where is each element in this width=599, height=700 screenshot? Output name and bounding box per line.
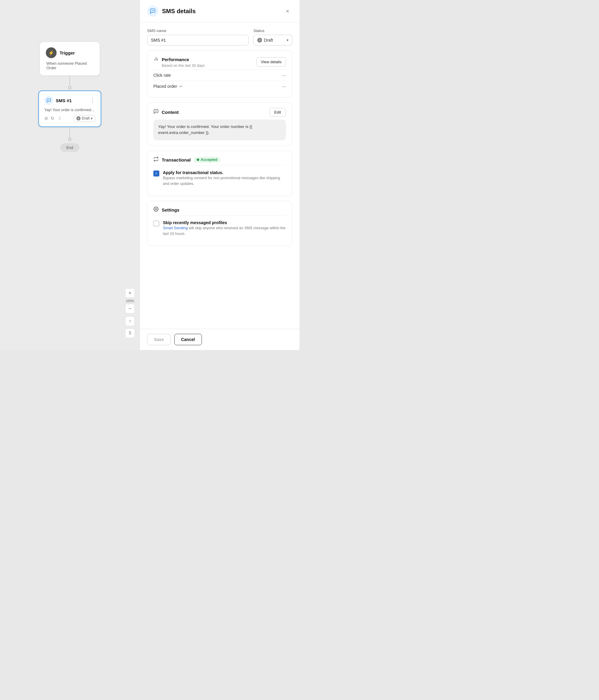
transactional-sub-text: Bypass marketing consent for non-promoti… bbox=[163, 176, 280, 186]
skip-profiles-description: Smart Sending will skip anyone who recei… bbox=[163, 226, 285, 236]
status-dropdown[interactable]: ✕ Draft ▾ bbox=[253, 35, 292, 46]
transactional-header: Transactional Accepted bbox=[153, 156, 286, 163]
trigger-label: Trigger bbox=[60, 50, 75, 55]
transactional-icon bbox=[153, 156, 159, 163]
connector-dot-2 bbox=[68, 138, 71, 141]
smart-sending-link[interactable]: Smart Sending bbox=[163, 226, 188, 230]
placed-order-icon: ✏ bbox=[179, 84, 183, 89]
settings-icon bbox=[153, 206, 159, 214]
content-title: Content bbox=[162, 110, 179, 115]
content-icon bbox=[153, 109, 159, 116]
performance-header: Performance Based on the last 30 days Vi… bbox=[153, 56, 286, 68]
trigger-node: ⚡ Trigger When someone Placed Order bbox=[40, 42, 100, 76]
sms-details-panel: SMS details × SMS name Status ✕ Draft ▾ bbox=[139, 0, 300, 350]
clock-icon: ☽ bbox=[57, 116, 61, 121]
transactional-checkbox[interactable]: ✓ bbox=[153, 171, 159, 176]
performance-section: Performance Based on the last 30 days Vi… bbox=[147, 50, 292, 97]
sms-name-label: SMS name bbox=[147, 28, 249, 33]
close-panel-button[interactable]: × bbox=[283, 6, 292, 16]
sms-message-bubble: Yay! Your order is confirmed. Your order… bbox=[153, 120, 286, 140]
transactional-main-text: Apply for transactional status. bbox=[163, 170, 286, 175]
sms-name-status-row: SMS name Status ✕ Draft ▾ bbox=[147, 28, 292, 46]
skip-profiles-text: Skip recently messaged profiles Smart Se… bbox=[163, 220, 286, 237]
status-label: Status bbox=[253, 28, 292, 33]
placed-order-label: Placed order ✏ bbox=[153, 84, 183, 89]
panel-header: SMS details × bbox=[140, 0, 300, 23]
transactional-checkbox-row: ✓ Apply for transactional status. Bypass… bbox=[153, 167, 286, 190]
panel-body: SMS name Status ✕ Draft ▾ bbox=[140, 23, 300, 329]
zoom-level: 100% bbox=[126, 298, 134, 303]
sms-node-icon bbox=[44, 96, 53, 105]
zoom-in-button[interactable]: + bbox=[125, 288, 135, 298]
performance-icon bbox=[153, 56, 159, 63]
panel-footer: Save Cancel bbox=[140, 329, 300, 350]
content-section: Content Edit Yay! Your order is confirme… bbox=[147, 102, 292, 146]
connector-line-2 bbox=[70, 127, 70, 138]
fit-to-screen-button[interactable]: ↑ bbox=[125, 317, 135, 326]
accepted-dot bbox=[197, 158, 199, 161]
zoom-controls: + 100% − ↑ ⠿ bbox=[125, 288, 135, 338]
skip-profiles-row: Skip recently messaged profiles Smart Se… bbox=[153, 217, 286, 240]
end-node: End bbox=[60, 143, 79, 152]
status-chevron-icon: ▾ bbox=[287, 38, 288, 42]
transactional-title: Transactional bbox=[162, 157, 191, 162]
draft-chevron-icon: ▾ bbox=[91, 116, 93, 121]
sms-name-group: SMS name bbox=[147, 28, 249, 46]
sms-node-options[interactable]: ⋮ bbox=[90, 97, 95, 104]
placed-order-row: Placed order ✏ — bbox=[153, 81, 286, 92]
skip-profiles-checkbox[interactable] bbox=[153, 221, 159, 227]
panel-sms-icon bbox=[147, 5, 158, 17]
view-details-button[interactable]: View details bbox=[256, 57, 286, 67]
skip-profiles-label: Skip recently messaged profiles bbox=[163, 220, 286, 225]
accepted-badge: Accepted bbox=[194, 157, 220, 163]
svg-point-12 bbox=[155, 208, 157, 210]
panel-title-row: SMS details bbox=[147, 5, 196, 17]
performance-title-row: Performance bbox=[153, 56, 205, 63]
click-rate-value: — bbox=[282, 73, 286, 78]
settings-header: Settings bbox=[153, 206, 286, 214]
zoom-out-button[interactable]: − bbox=[125, 304, 135, 314]
content-header: Content Edit bbox=[153, 108, 286, 117]
draft-status-dot: ● bbox=[76, 116, 81, 121]
settings-section: Settings Skip recently messaged profiles… bbox=[147, 201, 292, 246]
status-dot-icon: ✕ bbox=[257, 38, 262, 43]
draft-label: Draft bbox=[82, 116, 89, 121]
save-button[interactable]: Save bbox=[147, 334, 171, 345]
connector-dot-1 bbox=[68, 86, 71, 89]
connector-line-1 bbox=[70, 76, 70, 86]
placed-order-value: — bbox=[282, 84, 286, 89]
sms-node-name: SMS #1 bbox=[56, 98, 72, 103]
sms-content-preview: Yay! Your order is confirmed. Your order… bbox=[44, 108, 95, 112]
accepted-label: Accepted bbox=[201, 158, 217, 162]
refresh-icon: ↻ bbox=[51, 116, 54, 121]
sms-draft-badge[interactable]: ● Draft ▾ bbox=[74, 115, 95, 122]
status-value: Draft bbox=[264, 38, 273, 43]
content-title-row: Content bbox=[153, 109, 179, 116]
cancel-button[interactable]: Cancel bbox=[174, 334, 202, 345]
click-rate-row: Click rate — bbox=[153, 70, 286, 81]
transactional-section: Transactional Accepted ✓ Apply for trans… bbox=[147, 151, 292, 196]
status-group: Status ✕ Draft ▾ bbox=[253, 28, 292, 46]
click-rate-label: Click rate bbox=[153, 73, 171, 78]
performance-subtitle: Based on the last 30 days bbox=[153, 64, 205, 68]
panel-title: SMS details bbox=[162, 8, 196, 15]
sms-node[interactable]: SMS #1 ⋮ Yay! Your order is confirmed. Y… bbox=[38, 91, 101, 127]
grid-toggle-button[interactable]: ⠿ bbox=[125, 328, 135, 338]
sms-node-action-icons: ⊘ ↻ ☽ bbox=[44, 116, 61, 121]
settings-title: Settings bbox=[162, 207, 179, 212]
sms-name-input[interactable] bbox=[147, 35, 249, 46]
trigger-icon: ⚡ bbox=[46, 47, 57, 58]
performance-title: Performance bbox=[162, 57, 189, 62]
transactional-title-row: Transactional Accepted bbox=[153, 156, 220, 163]
transactional-checkbox-text: Apply for transactional status. Bypass m… bbox=[163, 170, 286, 187]
trigger-subtitle: When someone Placed Order bbox=[46, 61, 94, 70]
edit-content-button[interactable]: Edit bbox=[269, 108, 286, 117]
settings-title-row: Settings bbox=[153, 206, 179, 214]
canvas-area: ⚡ Trigger When someone Placed Order SMS … bbox=[0, 0, 139, 350]
link-icon: ⊘ bbox=[44, 116, 48, 121]
